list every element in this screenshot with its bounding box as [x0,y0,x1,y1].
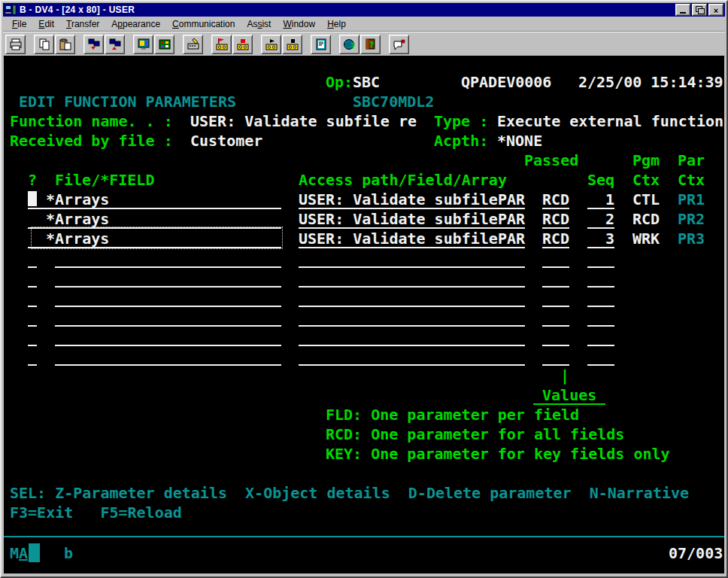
seq-field[interactable] [587,287,614,307]
access-path-field[interactable]: USER: Validate subfilePAR [299,209,525,229]
terminal-text: RCD: One parameter for all fields [326,424,624,444]
terminal-text: EDIT FUNCTION PARAMETERS [19,92,236,111]
sel-field[interactable] [28,209,37,229]
paste-icon [59,38,71,50]
file-field[interactable] [55,346,281,366]
sel-field[interactable] [28,327,37,346]
menu-help[interactable]: Help [321,17,352,31]
passed-field[interactable] [542,248,569,268]
file-field[interactable] [55,268,281,287]
toolbar: ?? [3,32,725,56]
pgm-ctx-value: CTL [632,190,660,209]
display-setup-icon [138,38,150,50]
menu-edit[interactable]: Edit [32,17,60,31]
oia-cursor-position: 07/003 [669,543,723,563]
access-path-field[interactable] [299,307,525,327]
passed-field[interactable]: RCD [542,209,569,229]
passed-field[interactable] [542,307,569,327]
stop-play-button[interactable] [282,35,302,54]
access-path-field[interactable] [299,346,525,366]
window-title: B - DV4 - [24 x 80] - USER [20,5,675,15]
support-button[interactable] [389,35,409,54]
sel-field[interactable] [28,268,37,287]
clipboard-button[interactable] [311,35,331,54]
menu-window[interactable]: Window [277,17,321,31]
close-button[interactable]: × [708,4,723,16]
terminal-text: Op: [326,72,353,92]
menu-appearance[interactable]: Appearance [105,17,166,31]
toolbar-group: ?? [339,35,381,54]
access-path-field[interactable]: USER: Validate subfilePAR [299,229,525,248]
terminal-text: Customer [190,131,262,151]
book-help-button[interactable]: ? [360,35,381,54]
sel-field[interactable] [28,307,37,327]
display-setup-button[interactable] [133,35,153,54]
menu-assist[interactable]: Assist [241,17,277,31]
copy-button[interactable] [34,35,54,54]
seq-field[interactable] [587,248,614,268]
menu-transfer[interactable]: Transfer [60,17,105,31]
minimize-button[interactable] [675,4,690,16]
passed-field[interactable]: RCD [542,229,569,248]
web-help-icon: ? [344,38,356,50]
passed-field[interactable] [542,268,569,287]
sel-field[interactable] [28,346,37,366]
keyboard-setup-button[interactable] [183,35,203,54]
stop-record-button[interactable] [232,35,253,54]
support-icon [393,38,405,50]
terminal-text: Type : [434,111,488,131]
file-field[interactable]: *Arrays [37,190,281,209]
oia-separator [4,536,724,537]
seq-field[interactable] [587,268,614,287]
file-field[interactable] [55,307,281,327]
oia-system-indicator-block [29,543,40,562]
passed-field[interactable]: RCD [542,190,569,209]
file-field[interactable]: *Arrays [37,229,281,248]
terminal-text: Received by file : [10,131,173,151]
terminal-screen[interactable]: M A b 07/003 Op:SBCQPADEV00062/25/00 15:… [4,56,724,573]
record-macro-button[interactable] [211,35,232,54]
seq-field[interactable] [587,307,614,327]
toolbar-group [83,35,126,54]
access-path-field[interactable] [299,268,525,287]
receive-file-button[interactable] [105,35,125,54]
pgm-ctx-value: WRK [632,229,660,248]
passed-field[interactable] [542,327,569,346]
print-button[interactable] [5,35,26,54]
passed-field[interactable] [542,346,569,366]
color-map-button[interactable] [154,35,174,54]
seq-field[interactable] [587,327,614,346]
menu-communication[interactable]: Communication [166,17,241,31]
play-macro-button[interactable] [261,35,281,54]
access-path-field[interactable] [299,287,525,307]
file-field[interactable]: *Arrays [37,209,281,229]
play-macro-icon [265,38,278,50]
file-field[interactable] [55,287,281,307]
toolbar-group [311,35,332,54]
terminal-text: Seq [587,170,614,190]
terminal-text: Acpth: [434,131,488,151]
paste-button[interactable] [55,35,75,54]
book-help-icon: ? [365,38,377,50]
access-path-field[interactable] [299,248,525,268]
toolbar-group [133,35,175,54]
session-icon [5,5,17,15]
sel-field[interactable] [28,248,37,268]
restore-button[interactable] [692,4,707,16]
access-path-field[interactable] [299,327,525,346]
send-file-button[interactable] [83,35,104,54]
seq-field[interactable]: 2 [587,209,614,229]
web-help-button[interactable]: ? [339,35,359,54]
text-cursor [28,191,37,206]
values-heading: Values [533,385,605,405]
file-field[interactable] [55,327,281,346]
access-path-field[interactable]: USER: Validate subfilePAR [299,190,525,209]
sel-field[interactable] [28,229,37,248]
passed-field[interactable] [542,287,569,307]
file-field[interactable] [55,248,281,268]
menu-file[interactable]: File [6,17,32,31]
seq-field[interactable]: 1 [587,190,614,209]
sel-field[interactable] [28,287,37,307]
seq-field[interactable]: 3 [587,229,614,248]
seq-field[interactable] [587,346,614,366]
